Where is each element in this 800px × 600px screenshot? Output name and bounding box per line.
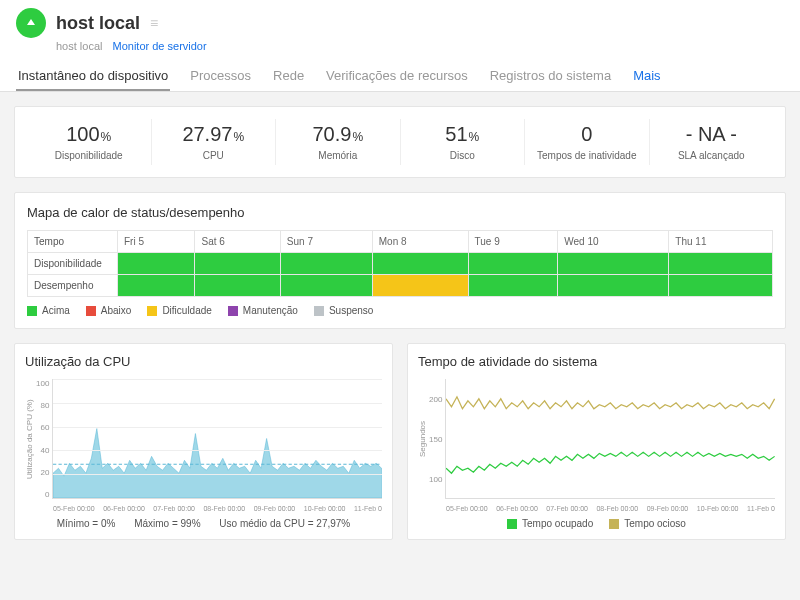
cpu-chart-title: Utilização da CPU — [25, 354, 382, 369]
page-title: host local — [56, 13, 140, 34]
tab-processes[interactable]: Processos — [188, 62, 253, 91]
metric-availability-value: 100 — [66, 123, 99, 145]
cpu-xticks: 05-Feb 00:00 06-Feb 00:00 07-Feb 00:00 0… — [53, 505, 382, 512]
heatmap-cell[interactable] — [118, 275, 195, 297]
heatmap-cell[interactable] — [468, 253, 558, 275]
heatmap-cell[interactable] — [669, 275, 773, 297]
tab-logs[interactable]: Registros do sistema — [488, 62, 613, 91]
heatmap-card: Mapa de calor de status/desempenho Tempo… — [14, 192, 786, 329]
heatmap-day: Wed 10 — [558, 231, 669, 253]
uptime-ylabel: Segundos — [418, 379, 427, 499]
heatmap-day: Sat 6 — [195, 231, 280, 253]
metric-disk: 51% Disco — [401, 119, 526, 165]
heatmap-cell[interactable] — [280, 275, 372, 297]
cpu-plot[interactable] — [52, 379, 382, 499]
legend-idle: Tempo ocioso — [609, 518, 686, 529]
heatmap-legend: Acima Abaixo Dificuldade Manutenção Susp… — [27, 305, 773, 316]
heatmap-time-label: Tempo — [28, 231, 118, 253]
heatmap-cell[interactable] — [280, 253, 372, 275]
breadcrumb-host: host local — [56, 40, 102, 52]
metric-downtime-label: Tempos de inatividade — [525, 150, 649, 161]
status-up-icon — [16, 8, 46, 38]
content: 100% Disponibilidade 27.97% CPU 70.9% Me… — [0, 92, 800, 554]
heatmap-cell[interactable] — [195, 275, 280, 297]
legend-trouble: Dificuldade — [147, 305, 211, 316]
metric-disk-label: Disco — [401, 150, 525, 161]
heatmap-day: Tue 9 — [468, 231, 558, 253]
heatmap-cell[interactable] — [118, 253, 195, 275]
heatmap-day: Thu 11 — [669, 231, 773, 253]
legend-maintenance: Manutenção — [228, 305, 298, 316]
heatmap-header-row: Tempo Fri 5 Sat 6 Sun 7 Mon 8 Tue 9 Wed … — [28, 231, 773, 253]
tab-snapshot[interactable]: Instantâneo do dispositivo — [16, 62, 170, 91]
cpu-area-svg — [53, 379, 382, 498]
legend-busy: Tempo ocupado — [507, 518, 593, 529]
metric-downtime-value: 0 — [581, 123, 592, 145]
uptime-legend: Tempo ocupado Tempo ocioso — [418, 518, 775, 529]
heatmap-table: Tempo Fri 5 Sat 6 Sun 7 Mon 8 Tue 9 Wed … — [27, 230, 773, 297]
metric-sla-value: - NA - — [686, 123, 737, 145]
heatmap-cell[interactable] — [372, 275, 468, 297]
metric-cpu: 27.97% CPU — [152, 119, 277, 165]
page-header: host local ≡ host local Monitor de servi… — [0, 0, 800, 92]
uptime-chart-title: Tempo de atividade do sistema — [418, 354, 775, 369]
heatmap-cell[interactable] — [195, 253, 280, 275]
cpu-stat-avg: Uso médio da CPU = 27,97% — [219, 518, 350, 529]
uptime-line-svg — [446, 379, 775, 498]
uptime-yticks: 200 150 100 — [429, 379, 445, 499]
heatmap-day: Fri 5 — [118, 231, 195, 253]
heatmap-day: Mon 8 — [372, 231, 468, 253]
heatmap-day: Sun 7 — [280, 231, 372, 253]
metric-cpu-value: 27.97 — [182, 123, 232, 145]
heatmap-cell[interactable] — [558, 253, 669, 275]
metrics-row: 100% Disponibilidade 27.97% CPU 70.9% Me… — [27, 119, 773, 165]
cpu-stat-max: Máximo = 99% — [134, 518, 200, 529]
heatmap-performance-row: Desempenho — [28, 275, 773, 297]
legend-below: Abaixo — [86, 305, 132, 316]
cpu-ylabel: Utilização da CPU (%) — [25, 379, 34, 499]
uptime-plot[interactable] — [445, 379, 775, 499]
metric-memory: 70.9% Memória — [276, 119, 401, 165]
cpu-chart-area: Utilização da CPU (%) 100 80 60 40 20 0 — [25, 379, 382, 499]
breadcrumb: host local Monitor de servidor — [56, 40, 784, 52]
uptime-xticks: 05-Feb 00:00 06-Feb 00:00 07-Feb 00:00 0… — [446, 505, 775, 512]
legend-above: Acima — [27, 305, 70, 316]
heatmap-cell[interactable] — [669, 253, 773, 275]
metric-disk-value: 51 — [445, 123, 467, 145]
heatmap-availability-row: Disponibilidade — [28, 253, 773, 275]
metric-memory-value: 70.9 — [312, 123, 351, 145]
breadcrumb-monitor-link[interactable]: Monitor de servidor — [112, 40, 206, 52]
cpu-yticks: 100 80 60 40 20 0 — [36, 379, 52, 499]
heatmap-cell[interactable] — [558, 275, 669, 297]
metric-downtime: 0 Tempos de inatividade — [525, 119, 650, 165]
metric-sla: - NA - SLA alcançado — [650, 119, 774, 165]
charts-row: Utilização da CPU Utilização da CPU (%) … — [14, 343, 786, 540]
tab-resources[interactable]: Verificações de recursos — [324, 62, 470, 91]
metrics-card: 100% Disponibilidade 27.97% CPU 70.9% Me… — [14, 106, 786, 178]
legend-suspended: Suspenso — [314, 305, 373, 316]
uptime-chart-area: Segundos 200 150 100 — [418, 379, 775, 499]
menu-icon[interactable]: ≡ — [150, 15, 158, 31]
metric-availability-label: Disponibilidade — [27, 150, 151, 161]
metric-availability: 100% Disponibilidade — [27, 119, 152, 165]
cpu-stat-min: Mínimo = 0% — [57, 518, 116, 529]
cpu-chart-card: Utilização da CPU Utilização da CPU (%) … — [14, 343, 393, 540]
uptime-chart-card: Tempo de atividade do sistema Segundos 2… — [407, 343, 786, 540]
tab-more[interactable]: Mais — [631, 62, 662, 91]
cpu-stats: Mínimo = 0% Máximo = 99% Uso médio da CP… — [25, 518, 382, 529]
metric-memory-label: Memória — [276, 150, 400, 161]
heatmap-title: Mapa de calor de status/desempenho — [27, 205, 773, 220]
title-row: host local ≡ — [16, 8, 784, 38]
heatmap-cell[interactable] — [372, 253, 468, 275]
tabs: Instantâneo do dispositivo Processos Red… — [16, 62, 784, 91]
metric-cpu-label: CPU — [152, 150, 276, 161]
heatmap-cell[interactable] — [468, 275, 558, 297]
metric-sla-label: SLA alcançado — [650, 150, 774, 161]
tab-network[interactable]: Rede — [271, 62, 306, 91]
